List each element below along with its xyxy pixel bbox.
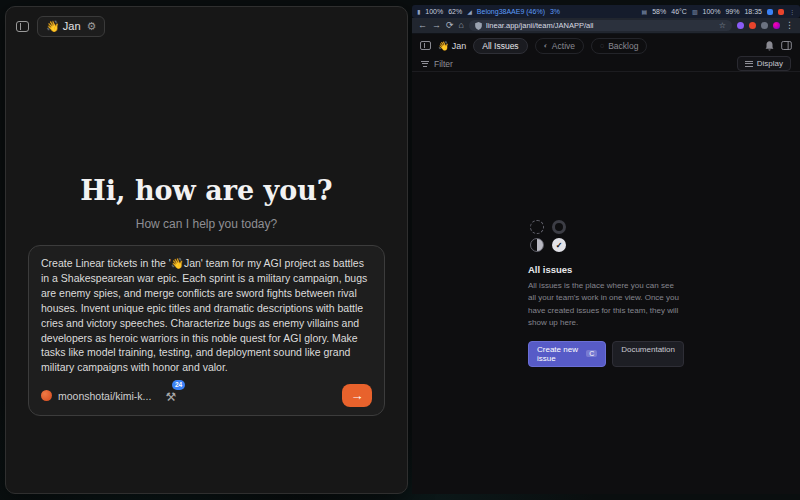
done-circle-icon: ✓ (552, 238, 566, 252)
address-bar[interactable]: linear.app/janii/team/JANAPP/all ☆ (469, 20, 732, 31)
browser-forward-button[interactable]: → (432, 21, 441, 30)
browser-menu-icon[interactable]: ⋮ (785, 21, 794, 30)
tray-app-icon-red[interactable] (778, 9, 784, 15)
disk-usage: 99% (725, 8, 739, 15)
browser-back-button[interactable]: ← (418, 21, 427, 30)
workspace-label[interactable]: 👋 Jan (438, 41, 466, 51)
url-text: linear.app/janii/team/JANAPP/all (486, 21, 715, 30)
tab-active-label: Active (552, 41, 575, 51)
battery-level: 100% (425, 8, 443, 15)
sidebar-toggle-icon[interactable] (16, 21, 29, 32)
in-progress-status-icon: ◐ (544, 42, 548, 49)
wifi-icon: ◢ (467, 8, 472, 15)
browser-home-button[interactable]: ⌂ (459, 21, 464, 30)
filter-button[interactable]: Filter (421, 59, 453, 69)
network-pct: 3% (550, 8, 560, 15)
model-selector[interactable]: moonshotai/kimi-k... (41, 390, 151, 402)
tools-icon: ⚒ (165, 390, 176, 404)
jan-header: 👋 Jan ⚙ (6, 7, 407, 46)
prompt-input[interactable]: Create Linear tickets in the '👋Jan' team… (28, 245, 385, 416)
profile-avatar[interactable] (773, 22, 780, 29)
side-panel-icon[interactable] (781, 41, 792, 50)
settings-gear-icon[interactable]: ⚙ (87, 20, 97, 33)
tray-app-icon-blue[interactable] (767, 9, 773, 15)
send-button[interactable]: → (342, 384, 372, 407)
greeting-subtitle: How can I help you today? (6, 217, 407, 231)
create-new-issue-button[interactable]: Create new issue C (528, 341, 606, 367)
empty-state-title: All issues (528, 264, 684, 275)
backlog-circle-icon (530, 220, 544, 234)
cpu-icon: ▤ (642, 8, 648, 15)
filter-label: Filter (434, 59, 453, 69)
model-provider-icon (41, 390, 52, 401)
filter-icon (421, 59, 429, 68)
notifications-bell-icon[interactable] (765, 41, 774, 51)
done-check-glyph: ✓ (556, 241, 563, 250)
shield-icon (475, 22, 482, 30)
clock: 18:35 (744, 8, 762, 15)
filter-row: Filter Display (412, 56, 800, 72)
in-progress-circle-icon (530, 238, 544, 252)
right-monitor: ▮ 100% 62% ◢ Belong38AAE9 (46%) 3% ▤ 58%… (412, 0, 800, 500)
tab-all-issues-label: All Issues (482, 41, 518, 51)
team-selector[interactable]: 👋 Jan ⚙ (37, 16, 105, 37)
system-statusbar: ▮ 100% 62% ◢ Belong38AAE9 (46%) 3% ▤ 58%… (412, 5, 800, 18)
network-name[interactable]: Belong38AAE9 (46%) (477, 8, 545, 15)
display-button[interactable]: Display (737, 56, 791, 71)
tools-button[interactable]: ⚒ 24 (165, 387, 176, 405)
greeting-title: Hi, how are you? (6, 175, 407, 206)
display-label: Display (757, 59, 783, 68)
linear-header: 👋 Jan All Issues ◐ Active ◌ Backlog (412, 37, 800, 54)
documentation-button[interactable]: Documentation (612, 341, 684, 367)
extension-icon-red[interactable] (749, 22, 756, 29)
display-sliders-icon (745, 59, 753, 68)
jan-app-window: 👋 Jan ⚙ Hi, how are you? How can I help … (5, 6, 408, 494)
issue-status-illustration: ✓ (530, 220, 684, 252)
tab-active[interactable]: ◐ Active (535, 38, 584, 54)
extension-icon-gray[interactable] (761, 22, 768, 29)
charge-level: 62% (448, 8, 462, 15)
prompt-text: Create Linear tickets in the '👋Jan' team… (41, 256, 372, 375)
documentation-label: Documentation (621, 345, 675, 354)
model-selector-label: moonshotai/kimi-k... (58, 390, 151, 402)
empty-state-description: All issues is the place where you can se… (528, 280, 684, 330)
memory-usage: 100% (703, 8, 721, 15)
send-arrow-icon: → (351, 388, 364, 403)
shortcut-key-badge: C (586, 350, 597, 357)
memory-icon: ▥ (692, 8, 698, 15)
tab-backlog-label: Backlog (608, 41, 638, 51)
tray-menu-icon[interactable]: ⋮ (789, 8, 795, 15)
extension-icon-purple[interactable] (737, 22, 744, 29)
empty-state: ✓ All issues All issues is the place whe… (528, 220, 684, 367)
browser-reload-button[interactable]: ⟳ (446, 21, 454, 30)
create-new-issue-label: Create new issue (537, 345, 582, 363)
browser-toolbar: ← → ⟳ ⌂ linear.app/janii/team/JANAPP/all… (412, 18, 800, 34)
linear-app: 👋 Jan All Issues ◐ Active ◌ Backlog (412, 34, 800, 494)
battery-icon: ▮ (417, 8, 420, 15)
bookmark-star-icon[interactable]: ☆ (719, 21, 726, 30)
empty-state-buttons: Create new issue C Documentation (528, 341, 684, 367)
linear-sidebar-toggle-icon[interactable] (420, 41, 431, 50)
tab-backlog[interactable]: ◌ Backlog (591, 38, 647, 54)
team-selector-label: 👋 Jan (46, 20, 81, 33)
cpu-usage: 58% (652, 8, 666, 15)
todo-circle-icon (552, 220, 566, 234)
backlog-status-icon: ◌ (600, 42, 604, 49)
tab-all-issues[interactable]: All Issues (473, 38, 527, 54)
tools-count-badge: 24 (172, 380, 185, 391)
prompt-toolbar: moonshotai/kimi-k... ⚒ 24 → (41, 384, 372, 407)
temperature: 46°C (671, 8, 687, 15)
